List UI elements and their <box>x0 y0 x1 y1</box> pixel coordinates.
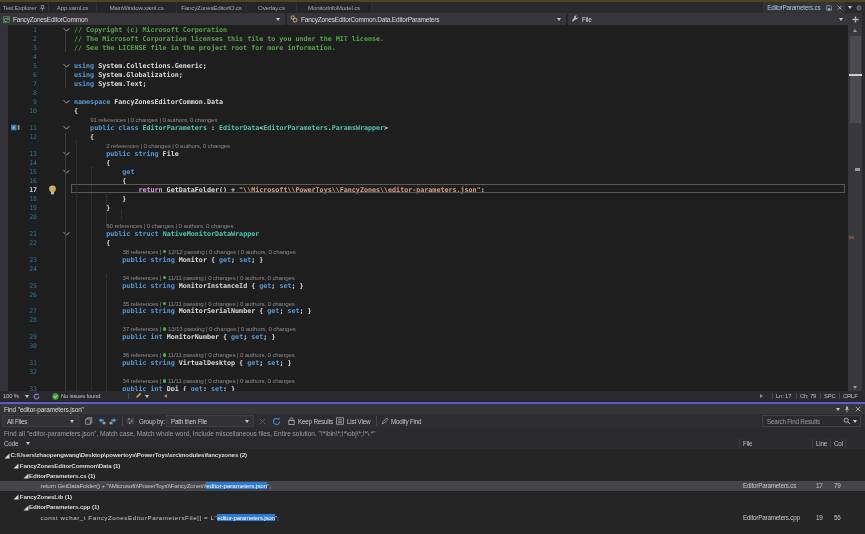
test-glyph-icon[interactable] <box>10 124 20 131</box>
fold-chevron-icon[interactable] <box>62 169 70 175</box>
codelens-line[interactable]: 2 references | 0 changes | 0 authors, 0 … <box>106 142 230 149</box>
code-line-14[interactable]: { <box>74 159 110 167</box>
result-code-text[interactable]: return GetDataFolder() + "\\Microsoft\\P… <box>41 481 271 491</box>
code-line-18[interactable]: } <box>74 195 126 203</box>
search-options-icon[interactable] <box>853 420 857 423</box>
hscroll-right-icon[interactable] <box>760 391 763 401</box>
column-code[interactable]: Code <box>4 438 18 449</box>
list-view-icon[interactable] <box>336 417 344 425</box>
column-line[interactable]: Line <box>816 438 827 449</box>
list-view-label[interactable]: List View <box>347 418 370 425</box>
tree-expander-icon[interactable] <box>23 505 29 511</box>
code-line-23[interactable]: public string Monitor { get; set; } <box>74 256 263 264</box>
project-dropdown[interactable]: C# FancyZonesEditorCommon <box>0 13 285 25</box>
column-file[interactable]: File <box>743 438 752 449</box>
fold-chevron-icon[interactable] <box>62 125 70 131</box>
code-line-3[interactable]: // See the LICENSE file in the project r… <box>74 44 336 52</box>
result-row[interactable]: C:\Users\zhaopengwang\Desktop\powertoys\… <box>0 450 865 460</box>
member-dropdown[interactable]: File <box>568 13 848 25</box>
tree-group-label[interactable]: C:\Users\zhaopengwang\Desktop\powertoys\… <box>11 450 247 460</box>
close-icon[interactable] <box>837 5 843 11</box>
code-line-29[interactable]: public int MonitorNumber { get; set; } <box>74 333 275 341</box>
result-row[interactable]: EditorParameters.cpp (1) <box>0 502 865 512</box>
status-eol[interactable]: CRLF <box>843 391 858 401</box>
code-line-5[interactable]: using System.Collections.Generic; <box>74 62 207 70</box>
keep-results-label[interactable]: Keep Results <box>298 418 333 425</box>
tab-editorparameters-active[interactable]: EditorParameters.cs <box>763 2 846 13</box>
sync-icon[interactable] <box>33 391 40 401</box>
status-spaces[interactable]: SPC <box>824 391 835 401</box>
result-code-text[interactable]: const wchar_t FancyZonesEditorParameters… <box>41 512 279 522</box>
codelens-line[interactable]: 91 references | 0 changes | 0 authors, 0… <box>90 116 217 123</box>
scroll-up-icon[interactable] <box>848 25 862 35</box>
expand-all-icon[interactable] <box>98 417 106 425</box>
pin-icon[interactable] <box>844 406 850 413</box>
editor-vertical-scrollbar[interactable] <box>848 25 862 391</box>
hscroll-left-icon[interactable] <box>164 391 167 401</box>
type-dropdown[interactable]: FancyZonesEditorCommon.Data.EditorParame… <box>287 13 566 25</box>
tree-group-label[interactable]: EditorParameters.cs (1) <box>29 470 95 480</box>
code-line-10[interactable]: { <box>74 107 78 115</box>
find-results-title-bar[interactable]: Find "editor-parameters.json" <box>0 404 865 414</box>
code-line-27[interactable]: public string MonitorSerialNumber { get;… <box>74 307 312 315</box>
codelens-line[interactable]: 36 references | 11/11 passing | 0 change… <box>122 351 294 358</box>
save-icon[interactable] <box>826 5 832 11</box>
result-row[interactable]: const wchar_t FancyZonesEditorParameters… <box>0 512 865 522</box>
tab-list-dropdown-icon[interactable] <box>848 6 852 9</box>
code-line-21[interactable]: public struct NativeMonitorDataWrapper <box>74 230 259 238</box>
fold-chevron-icon[interactable] <box>62 99 70 105</box>
refresh-icon[interactable] <box>272 417 281 426</box>
pin-icon[interactable] <box>40 5 45 11</box>
code-line-6[interactable]: using System.Globalization; <box>74 71 183 79</box>
tree-group-label[interactable]: FancyZonesEditorCommon\Data (1) <box>20 460 121 470</box>
result-row[interactable]: EditorParameters.cs (1) <box>0 470 865 480</box>
fold-chevron-icon[interactable] <box>62 63 70 69</box>
column-code-sort-icon[interactable] <box>26 438 30 449</box>
result-row[interactable]: FancyZonesEditorCommon\Data (1) <box>0 460 865 470</box>
codelens-line[interactable]: 37 references | 13/13 passing | 0 change… <box>122 325 295 332</box>
collapse-all-icon[interactable] <box>109 417 117 425</box>
find-results-list[interactable]: Code File Line Col C:\Users\zhaopengwang… <box>0 438 865 534</box>
lock-icon[interactable] <box>288 417 295 425</box>
health-status-text[interactable]: No issues found <box>61 391 100 401</box>
codelens-line[interactable]: 34 references | 11/11 passing | 0 change… <box>122 377 294 384</box>
code-line-11[interactable]: public class EditorParameters : EditorDa… <box>74 124 388 132</box>
tree-expander-icon[interactable] <box>23 473 29 479</box>
codelens-line[interactable]: 35 references | 11/11 passing | 0 change… <box>122 300 294 307</box>
fold-chevron-icon[interactable] <box>62 151 70 157</box>
code-editor[interactable]: 1// Copyright (c) Microsoft Corporation2… <box>0 25 848 391</box>
tab-monitorinfomodel-cs[interactable]: MonitorInfoModel.cs <box>297 2 372 13</box>
code-line-22[interactable]: { <box>74 239 110 247</box>
tree-expander-icon[interactable] <box>13 463 19 469</box>
modify-find-label[interactable]: Modify Find <box>391 418 421 425</box>
zoom-level[interactable]: 100 % <box>3 391 19 401</box>
tree-group-label[interactable]: FancyZonesLib (1) <box>20 491 72 501</box>
code-line-9[interactable]: namespace FancyZonesEditorCommon.Data <box>74 98 223 106</box>
window-position-icon[interactable] <box>836 408 840 411</box>
tree-group-label[interactable]: EditorParameters.cpp (1) <box>29 502 99 512</box>
close-icon[interactable] <box>855 406 861 412</box>
code-line-12[interactable]: { <box>74 133 94 141</box>
code-line-2[interactable]: // The Microsoft Corporation licenses th… <box>74 35 384 43</box>
code-line-1[interactable]: // Copyright (c) Microsoft Corporation <box>74 26 227 34</box>
code-cleanup-icon[interactable] <box>134 391 142 401</box>
tab-mainwindow-xaml-cs[interactable]: MainWindow.xaml.cs <box>97 2 177 13</box>
code-line-7[interactable]: using System.Text; <box>74 80 146 88</box>
column-col[interactable]: Col <box>834 438 843 449</box>
tab-app-xaml-cs[interactable]: App.xaml.cs <box>49 2 97 13</box>
pencil-icon[interactable] <box>381 417 389 425</box>
fold-chevron-icon[interactable] <box>62 231 70 237</box>
lightbulb-icon[interactable] <box>48 185 57 195</box>
scope-dropdown[interactable]: All Files <box>2 415 79 427</box>
copy-icon[interactable] <box>85 417 93 425</box>
scrollbar-thumb[interactable] <box>850 36 861 123</box>
health-check-icon[interactable] <box>52 391 59 401</box>
tab-test-explorer[interactable]: Test Explorer <box>0 2 49 13</box>
code-line-13[interactable]: public string File <box>74 150 179 158</box>
result-row[interactable]: FancyZonesLib (1) <box>0 491 865 501</box>
tree-expander-icon[interactable] <box>13 494 19 500</box>
code-line-25[interactable]: public string MonitorInstanceId { get; s… <box>74 282 304 290</box>
tree-expander-icon[interactable] <box>4 453 10 459</box>
split-editor-icon[interactable] <box>848 13 862 25</box>
search-input[interactable]: Search Find Results <box>762 415 861 427</box>
